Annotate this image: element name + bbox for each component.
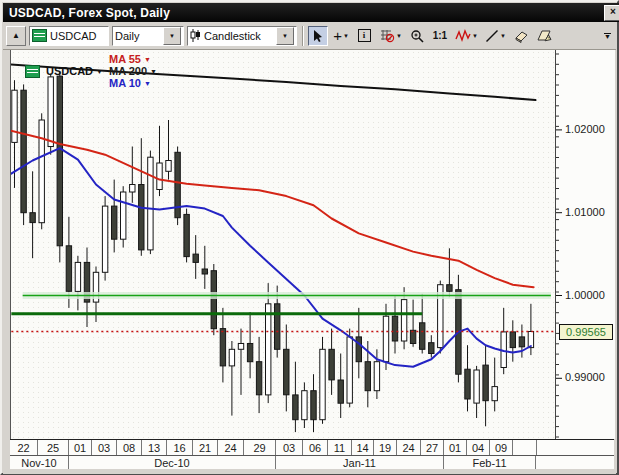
date-tick-cell: 19 bbox=[374, 440, 397, 455]
price-tick-label: 1.02000 bbox=[565, 123, 605, 135]
chevron-down-icon: ▼ bbox=[144, 80, 151, 87]
date-tick-cell: 16 bbox=[167, 440, 193, 455]
chevron-down-icon: ▼ bbox=[472, 33, 478, 39]
legend-ma-item[interactable]: MA 200 ▼ bbox=[109, 65, 157, 77]
chart-plot-area[interactable]: USDCAD ▼ MA 55 ▼MA 200 ▼MA 10 ▼ bbox=[10, 50, 556, 439]
symbol-icon bbox=[32, 29, 47, 42]
scale-1to1-button[interactable]: 1:1 bbox=[430, 26, 450, 46]
indicators-button[interactable]: ▼ bbox=[453, 26, 480, 46]
chevron-down-icon: ▼ bbox=[96, 68, 103, 75]
date-tick-cell: 01 bbox=[444, 440, 467, 455]
chevron-down-icon: ▼ bbox=[500, 33, 506, 39]
chart-type-combobox[interactable]: Candlestick ▼ bbox=[187, 26, 297, 46]
close-icon: × bbox=[610, 6, 616, 17]
legend-ma-item[interactable]: MA 55 ▼ bbox=[109, 53, 157, 65]
month-label-cell: Feb-11 bbox=[444, 456, 536, 470]
title-bar: USDCAD, Forex Spot, Daily × bbox=[3, 3, 619, 22]
timeframe-value: Daily bbox=[115, 30, 139, 42]
toolbar-overflow-button[interactable]: ▼ bbox=[604, 33, 613, 39]
chevron-down-icon: ▼ bbox=[282, 33, 288, 39]
window-frame-bottom bbox=[3, 469, 616, 474]
symbol-value: USDCAD bbox=[50, 30, 96, 42]
candlestick-chart[interactable] bbox=[11, 50, 556, 439]
chart-type-value: Candlestick bbox=[204, 30, 261, 42]
legend-ma-label: MA 200 bbox=[109, 65, 147, 77]
chevron-down-icon: ▼ bbox=[150, 68, 157, 75]
info-icon: i bbox=[358, 29, 371, 42]
date-tick-cell: 24 bbox=[218, 440, 244, 455]
date-tick-cell: 14 bbox=[352, 440, 374, 455]
date-tick-cell: 03 bbox=[92, 440, 117, 455]
price-tick-label: 1.00000 bbox=[565, 289, 605, 301]
date-axis[interactable]: 2225010308131621242903061114192427010409… bbox=[10, 439, 614, 471]
month-label-cell: Dec-10 bbox=[69, 456, 276, 470]
chevron-down-icon: ▼ bbox=[343, 33, 349, 39]
zoom-tool-button[interactable] bbox=[407, 26, 427, 46]
collapse-toolbar-button[interactable]: ▲ bbox=[6, 26, 26, 46]
window-title: USDCAD, Forex Spot, Daily bbox=[9, 6, 170, 20]
date-tick-cell: 08 bbox=[117, 440, 142, 455]
date-tick-cell: 09 bbox=[490, 440, 513, 455]
price-axis[interactable]: 1.020001.010001.000000.990000.99565 bbox=[555, 50, 615, 439]
date-tick-row: 2225010308131621242903061114192427010409 bbox=[10, 440, 614, 455]
toolbar: ▲ USDCAD Daily ▼ Candlestick ▼ + ▼ i bbox=[3, 22, 616, 50]
date-tick-cell: 06 bbox=[303, 440, 328, 455]
trendline-tool-button[interactable]: ▼ bbox=[483, 26, 508, 46]
timeframe-combobox[interactable]: Daily ▼ bbox=[112, 26, 184, 46]
chart-legend: USDCAD ▼ MA 55 ▼MA 200 ▼MA 10 ▼ bbox=[25, 53, 165, 89]
up-arrow-icon: ▲ bbox=[12, 31, 20, 40]
month-label-cell: Jan-11 bbox=[276, 456, 444, 470]
chevron-down-icon: ▼ bbox=[169, 33, 175, 39]
legend-symbol-label: USDCAD bbox=[46, 65, 93, 77]
price-tick-label: 1.01000 bbox=[565, 206, 605, 218]
trendline-icon bbox=[485, 29, 499, 43]
date-tick-cell: 27 bbox=[421, 440, 444, 455]
date-tick-cell: 24 bbox=[397, 440, 421, 455]
legend-ma-label: MA 10 bbox=[109, 77, 141, 89]
month-row-filler bbox=[536, 456, 614, 470]
grid-off-icon bbox=[379, 29, 395, 43]
annotation-icon bbox=[536, 29, 553, 43]
month-label-cell: Nov-10 bbox=[10, 456, 69, 470]
date-axis-filler bbox=[537, 440, 614, 455]
date-tick-cell: 25 bbox=[38, 440, 69, 455]
data-window-button[interactable]: i bbox=[354, 26, 374, 46]
price-tick-label: 0.99000 bbox=[565, 371, 605, 383]
cursor-tool-button[interactable] bbox=[308, 26, 328, 46]
crosshair-icon: + bbox=[333, 29, 342, 43]
candlestick-icon bbox=[190, 29, 201, 42]
symbol-icon bbox=[25, 65, 40, 78]
legend-ma-item[interactable]: MA 10 ▼ bbox=[109, 77, 157, 89]
cursor-arrow-icon bbox=[312, 29, 324, 43]
annotation-tool-button[interactable] bbox=[534, 26, 555, 46]
crosshair-tool-button[interactable]: + ▼ bbox=[331, 26, 351, 46]
date-tick-cell bbox=[513, 440, 537, 455]
chevron-down-icon: ▼ bbox=[144, 56, 151, 63]
date-tick-cell: 22 bbox=[10, 440, 38, 455]
date-tick-cell: 01 bbox=[69, 440, 92, 455]
one-to-one-label: 1:1 bbox=[433, 30, 447, 41]
indicator-wave-icon bbox=[455, 29, 471, 43]
legend-ma-label: MA 55 bbox=[109, 53, 141, 65]
legend-ma-items: MA 55 ▼MA 200 ▼MA 10 ▼ bbox=[109, 53, 165, 89]
current-price-badge: 0.99565 bbox=[559, 324, 613, 340]
legend-symbol[interactable]: USDCAD ▼ bbox=[46, 65, 103, 77]
eraser-tool-button[interactable] bbox=[511, 26, 531, 46]
grid-toggle-button[interactable]: ▼ bbox=[377, 26, 404, 46]
chevron-down-icon: ▼ bbox=[604, 35, 611, 39]
date-tick-cell: 21 bbox=[193, 440, 218, 455]
chart-window: USDCAD, Forex Spot, Daily × ▲ USDCAD Dai… bbox=[0, 0, 619, 475]
date-tick-cell: 11 bbox=[328, 440, 352, 455]
date-tick-cell: 03 bbox=[276, 440, 303, 455]
chart-type-dropdown-button[interactable]: ▼ bbox=[276, 27, 294, 45]
symbol-combobox[interactable]: USDCAD bbox=[29, 26, 109, 46]
date-tick-cell: 29 bbox=[244, 440, 276, 455]
chevron-down-icon: ▼ bbox=[396, 33, 402, 39]
magnifier-icon bbox=[410, 29, 424, 43]
date-tick-cell: 04 bbox=[467, 440, 490, 455]
toolbar-separator bbox=[302, 26, 303, 46]
close-button[interactable]: × bbox=[604, 5, 619, 21]
eraser-icon bbox=[513, 29, 529, 43]
date-tick-cell: 13 bbox=[142, 440, 167, 455]
timeframe-dropdown-button[interactable]: ▼ bbox=[163, 27, 181, 45]
